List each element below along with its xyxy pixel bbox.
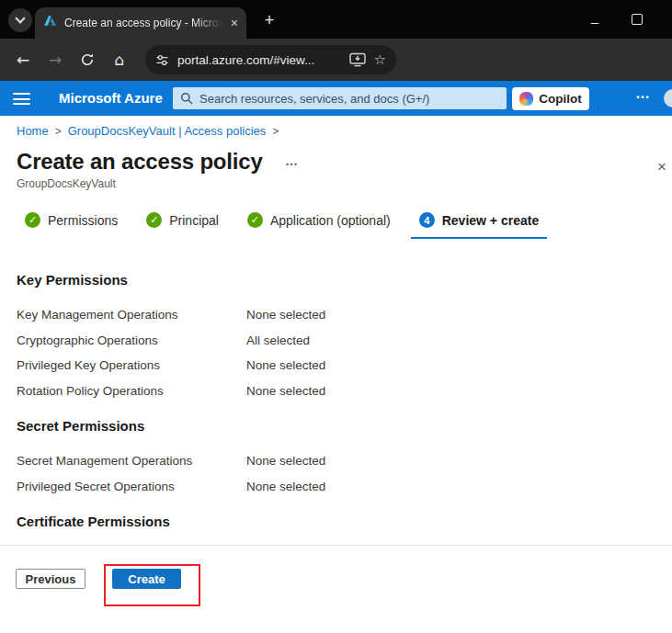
header-more-button[interactable]: … xyxy=(635,85,651,102)
row-label: Privileged Key Operations xyxy=(17,358,246,372)
browser-window: Create an access policy - Micros × + – ←… xyxy=(0,0,672,633)
page-subtitle: GroupDocsKeyVault xyxy=(17,177,672,190)
tab-review-create[interactable]: 4 Review + create xyxy=(411,212,547,239)
page-title: Create an access policy xyxy=(17,149,263,174)
new-tab-button[interactable]: + xyxy=(257,8,281,32)
site-permissions-icon[interactable] xyxy=(155,53,169,67)
row-value: All selected xyxy=(246,333,310,347)
row-value: None selected xyxy=(246,358,325,372)
row-label: Rotation Policy Operations xyxy=(17,384,246,398)
tab-principal[interactable]: ✓ Principal xyxy=(138,212,227,239)
wizard-footer: Previous Create xyxy=(16,569,672,589)
browser-toolbar: ← → ⌂ portal.azure.com/#view... xyxy=(0,39,672,81)
tab-permissions[interactable]: ✓ Permissions xyxy=(17,212,126,239)
row-label: Key Management Operations xyxy=(17,308,246,322)
url-text: portal.azure.com/#view... xyxy=(177,53,341,67)
section-heading-key-permissions: Key Permissions xyxy=(17,272,672,288)
table-row: Privileged Secret Operations None select… xyxy=(0,474,672,500)
tab-label: Review + create xyxy=(442,213,539,228)
chevron-down-icon xyxy=(15,13,25,23)
breadcrumb-home-link[interactable]: Home xyxy=(17,124,49,138)
breadcrumb-separator: > xyxy=(272,125,279,138)
breadcrumb-keyvault-link[interactable]: GroupDocsKeyVault | Access policies xyxy=(68,124,267,138)
copilot-button[interactable]: Copilot xyxy=(512,87,589,110)
avatar[interactable] xyxy=(664,89,672,107)
create-button[interactable]: Create xyxy=(112,569,181,589)
key-permissions-rows: Key Management Operations None selected … xyxy=(0,302,672,403)
browser-tab[interactable]: Create an access policy - Micros × xyxy=(35,7,246,39)
row-value: None selected xyxy=(246,308,325,322)
row-value: None selected xyxy=(246,384,325,398)
row-label: Secret Management Operations xyxy=(17,454,246,468)
back-button[interactable]: ← xyxy=(12,49,34,71)
azure-portal-header: Microsoft Azure Copilot … xyxy=(0,81,672,116)
window-maximize-button[interactable] xyxy=(632,14,643,25)
wizard-tabs: ✓ Permissions ✓ Principal ✓ Application … xyxy=(17,212,672,239)
address-bar[interactable]: portal.azure.com/#view... ☆ xyxy=(145,45,396,74)
step-complete-icon: ✓ xyxy=(25,212,40,228)
forward-button[interactable]: → xyxy=(44,49,66,71)
blade-content: Home > GroupDocsKeyVault | Access polici… xyxy=(0,116,672,633)
secret-permissions-rows: Secret Management Operations None select… xyxy=(0,448,672,499)
section-heading-secret-permissions: Secret Permissions xyxy=(17,418,672,434)
table-row: Key Management Operations None selected xyxy=(0,302,672,328)
tab-label: Permissions xyxy=(48,213,118,228)
breadcrumb: Home > GroupDocsKeyVault | Access polici… xyxy=(0,116,672,138)
previous-button[interactable]: Previous xyxy=(16,569,85,589)
tab-label: Application (optional) xyxy=(270,213,391,228)
tab-close-icon[interactable]: × xyxy=(231,17,238,29)
step-complete-icon: ✓ xyxy=(247,212,263,228)
window-minimize-button[interactable]: – xyxy=(586,12,604,30)
breadcrumb-separator: > xyxy=(55,125,62,138)
row-label: Cryptographic Operations xyxy=(17,333,246,347)
azure-brand[interactable]: Microsoft Azure xyxy=(59,90,163,106)
hamburger-menu-icon[interactable] xyxy=(13,93,30,108)
row-value: None selected xyxy=(246,480,325,493)
search-input[interactable] xyxy=(199,92,499,106)
section-heading-certificate-permissions: Certificate Permissions xyxy=(17,514,672,529)
row-label: Privileged Secret Operations xyxy=(17,480,246,493)
refresh-button[interactable] xyxy=(76,49,98,71)
table-row: Privileged Key Operations None selected xyxy=(0,353,672,379)
blade-close-icon[interactable]: × xyxy=(657,158,666,176)
tab-title: Create an access policy - Micros xyxy=(64,17,223,29)
bookmark-star-icon[interactable]: ☆ xyxy=(374,51,386,68)
step-number-badge: 4 xyxy=(419,212,435,228)
search-icon xyxy=(180,92,193,105)
table-row: Secret Management Operations None select… xyxy=(0,448,672,474)
azure-favicon-icon xyxy=(43,15,57,32)
tab-label: Principal xyxy=(169,213,219,228)
title-context-menu-button[interactable]: … xyxy=(285,153,299,168)
footer-divider xyxy=(0,545,672,546)
install-app-icon[interactable] xyxy=(349,52,366,67)
tab-application-optional[interactable]: ✓ Application (optional) xyxy=(239,212,399,239)
step-complete-icon: ✓ xyxy=(146,212,162,228)
home-button[interactable]: ⌂ xyxy=(108,49,131,71)
azure-search-box[interactable] xyxy=(173,87,507,109)
copilot-label: Copilot xyxy=(539,92,582,106)
row-value: None selected xyxy=(246,454,325,468)
tab-search-button[interactable] xyxy=(8,8,32,32)
copilot-icon xyxy=(519,92,533,106)
table-row: Cryptographic Operations All selected xyxy=(0,328,672,354)
refresh-icon xyxy=(80,52,95,67)
table-row: Rotation Policy Operations None selected xyxy=(0,379,672,404)
browser-tab-strip: Create an access policy - Micros × + – xyxy=(0,0,672,39)
